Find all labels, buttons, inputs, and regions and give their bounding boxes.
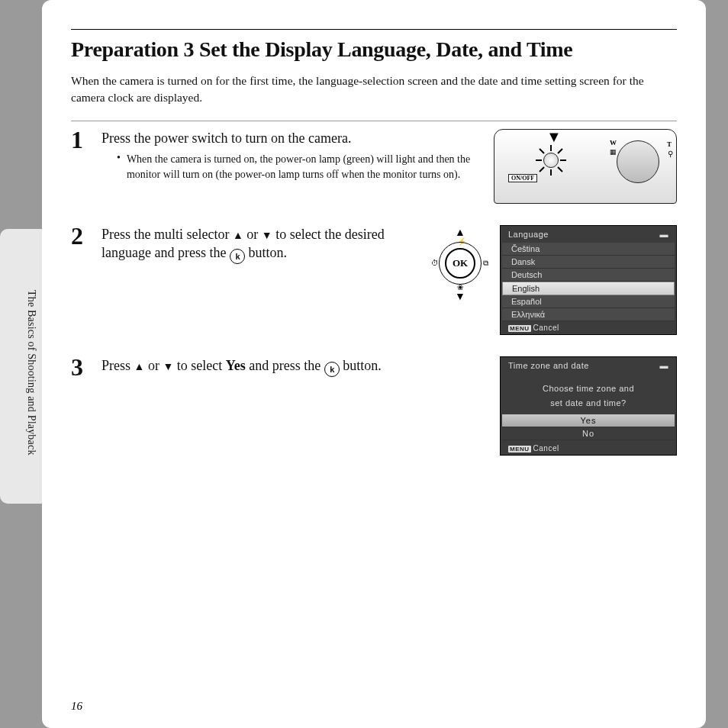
manual-page: Preparation 3 Set the Display Language, … [42,0,706,728]
cancel-label: Cancel [533,324,559,332]
step-heading: Press the multi selector ▲ or ▼ to selec… [101,225,416,264]
exposure-icon: ⧉ [483,259,488,268]
language-option-selected: English [502,282,675,295]
step-2: 2 Press the multi selector ▲ or ▼ to sel… [71,217,677,335]
step-number: 2 [71,224,92,335]
cancel-label: Cancel [533,444,559,453]
language-option: Español [502,295,675,308]
step-heading: Press the power switch to turn on the ca… [101,129,485,147]
svg-line-5 [558,167,562,172]
menu-tag: MENU [508,325,531,332]
prompt-line: Choose time zone and [511,382,665,396]
zoom-t-label: T [667,140,672,148]
step-number: 3 [71,355,92,456]
side-section-label: The Basics of Shooting and Playback [25,290,37,456]
intro-text: When the camera is turned on for the fir… [71,72,677,107]
prompt-line: set date and time? [511,396,665,411]
side-tab [0,229,46,504]
timer-icon: ⏱ [431,259,439,267]
down-triangle-icon: ▼ [262,230,272,241]
ok-button: OK [445,248,475,279]
option-no: No [502,427,675,440]
svg-line-7 [540,167,544,172]
power-button-icon [543,153,559,168]
onoff-label: ON/OFF [508,174,537,182]
ok-button-icon: k [230,249,245,264]
multi-selector-illustration: ▲ ⚡ OK ⏱ ⧉ ❀ ▼ [430,225,491,301]
language-option: Dansk [502,256,675,269]
menu-tag: MENU [508,446,531,453]
ok-button-icon: k [324,362,340,377]
language-option: Ελληνικά [502,308,675,321]
thumbnail-icon: ▦ [610,148,617,156]
mode-dial-icon [617,140,659,183]
down-triangle-icon: ▼ [455,291,465,303]
screen-title: Language [508,230,549,239]
option-yes: Yes [502,414,675,427]
battery-icon: ▬ [660,361,669,370]
step-heading: Press ▲ or ▼ to select Yes and press the… [101,356,491,377]
page-number: 16 [71,700,82,713]
language-screen: Language ▬ Čeština Dansk Deutsch English… [500,225,677,335]
svg-line-4 [540,149,544,153]
battery-icon: ▬ [660,230,669,239]
magnify-icon: ⚲ [668,150,673,158]
language-list: Čeština Dansk Deutsch English Español Ελ… [502,243,675,321]
screen-title: Time zone and date [508,361,589,370]
up-triangle-icon: ▲ [134,361,145,372]
language-option: Čeština [502,243,675,256]
bullet-text: When the camera is turned on, the power-… [127,152,485,182]
language-option: Deutsch [502,269,675,282]
zoom-w-label: W [610,139,617,147]
up-triangle-icon: ▲ [233,230,243,241]
page-title: Preparation 3 Set the Display Language, … [71,37,677,62]
step-3: 3 Press ▲ or ▼ to select Yes and press t… [71,349,677,456]
camera-top-illustration: ▼ ON/OFF W T ▦ ⚲ [494,129,677,204]
step-1: 1 Press the power switch to turn on the … [71,121,677,204]
timezone-screen: Time zone and date ▬ Choose time zone an… [500,356,677,456]
bullet-icon: • [117,152,121,182]
down-triangle-icon: ▼ [163,361,173,372]
svg-line-6 [558,149,562,153]
step-number: 1 [71,127,92,204]
